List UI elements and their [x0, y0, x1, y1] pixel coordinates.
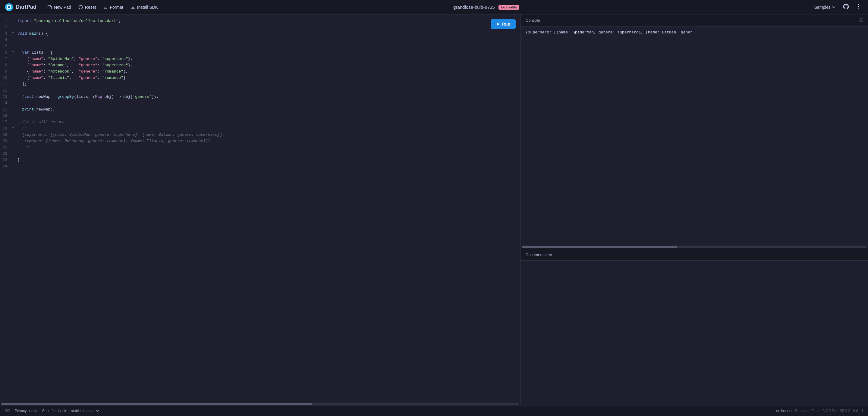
line-number: 11	[0, 81, 12, 88]
docs-content	[521, 261, 868, 405]
new-pad-icon	[47, 5, 52, 10]
line-number: 14	[0, 100, 12, 107]
console-hscroll-thumb	[522, 246, 677, 248]
logo-text: DartPad	[16, 4, 36, 10]
statusbar: ⌨ Privacy notice Send feedback stable ch…	[0, 405, 868, 416]
line-number: 6	[0, 50, 12, 56]
line-number: 2	[0, 24, 12, 31]
editor-line: 19 {superhero: [{name: SpiderMan, genere…	[0, 132, 521, 138]
overflow-menu-button[interactable]	[854, 1, 863, 13]
send-feedback-link[interactable]: Send feedback	[42, 409, 66, 413]
console-title: Console	[526, 18, 540, 23]
channel-chevron-icon	[96, 409, 99, 413]
version-label: Based on Flutter 3.7.0 Dart SDK 2.19.0	[795, 409, 858, 413]
docs-panel: Documentation	[521, 249, 868, 405]
editor-line: 10 {"name": "Titanic", "genere": "romanc…	[0, 75, 521, 81]
line-number: 23	[0, 157, 12, 164]
editor-line: 12	[0, 88, 521, 94]
line-number: 21	[0, 144, 12, 151]
svg-point-5	[858, 4, 859, 5]
line-content: void main() {	[16, 31, 521, 37]
line-number: 20	[0, 138, 12, 144]
local-edits-badge: local edits	[498, 5, 520, 10]
line-content: */	[16, 144, 521, 151]
editor-line: 22	[0, 151, 521, 157]
statusbar-left: ⌨ Privacy notice Send feedback stable ch…	[5, 409, 99, 413]
right-panel: Console ☰ {superhero: [{name: SpiderMan,…	[521, 14, 868, 405]
line-number: 16	[0, 113, 12, 119]
fold-arrow[interactable]: ▼	[12, 50, 16, 55]
console-header: Console ☰	[521, 14, 868, 27]
github-icon	[843, 3, 849, 10]
editor-horizontal-scrollbar[interactable]	[0, 402, 521, 405]
line-number: 12	[0, 88, 12, 94]
format-button[interactable]: Format	[99, 3, 127, 11]
toolbar-right: Samples	[811, 1, 863, 13]
chevron-down-icon	[832, 5, 835, 9]
line-number: 7	[0, 56, 12, 62]
editor-line: 18▼ /*	[0, 126, 521, 132]
editor-line: 24	[0, 164, 521, 170]
console-menu-icon[interactable]: ☰	[859, 18, 863, 23]
svg-marker-8	[497, 23, 500, 26]
console-panel: Console ☰ {superhero: [{name: SpiderMan,…	[521, 14, 868, 249]
install-sdk-button[interactable]: Install SDK	[127, 3, 161, 11]
main-area: Run 1import "package:collection/collecti…	[0, 14, 868, 405]
run-button-container: Run	[491, 19, 516, 29]
logo-area: DartPad	[5, 3, 36, 11]
install-sdk-icon	[130, 5, 135, 10]
svg-rect-3	[104, 8, 107, 9]
line-content: /*	[16, 126, 521, 132]
editor-line: 23}	[0, 157, 521, 164]
svg-point-6	[858, 6, 859, 7]
editor-line: 9 {"name": "Notebook", "genere": "romanc…	[0, 69, 521, 75]
line-content: print(newMap);	[16, 107, 521, 113]
dart-logo-icon	[5, 3, 13, 11]
line-number: 9	[0, 69, 12, 75]
line-number: 17	[0, 119, 12, 126]
fold-arrow[interactable]: ▼	[12, 31, 16, 36]
line-number: 18	[0, 126, 12, 132]
editor-line: 15 print(newMap);	[0, 107, 521, 113]
no-issues-label: no issues	[776, 409, 792, 413]
more-vert-icon	[855, 3, 861, 9]
play-icon	[496, 22, 500, 26]
toolbar: DartPad New Pad Reset Format Install SDK…	[0, 0, 868, 14]
editor-line: 1import "package:collection/collection.d…	[0, 18, 521, 24]
run-button[interactable]: Run	[491, 19, 516, 29]
privacy-notice-link[interactable]: Privacy notice	[15, 409, 37, 413]
editor-line: 11 ];	[0, 81, 521, 88]
github-button[interactable]	[841, 1, 851, 13]
line-content: {"name": "Notebook", "genere": "romance"…	[16, 69, 521, 75]
toolbar-center: grandiose-bulb-9735 local edits	[161, 4, 811, 10]
pad-name: grandiose-bulb-9735	[453, 4, 495, 10]
line-content: {"name": "Titanic", "genere": "romance"}	[16, 75, 521, 81]
console-hscroll-track	[522, 246, 867, 248]
info-icon[interactable]: ℹ	[862, 409, 863, 413]
docs-title: Documentation	[526, 252, 552, 257]
fold-arrow[interactable]: ▼	[12, 126, 16, 130]
line-number: 19	[0, 132, 12, 138]
code-editor[interactable]: 1import "package:collection/collection.d…	[0, 14, 521, 402]
statusbar-right: no issues Based on Flutter 3.7.0 Dart SD…	[776, 409, 863, 413]
editor-line: 13 final newMap = groupBy(lists, (Map ob…	[0, 94, 521, 100]
samples-button[interactable]: Samples	[811, 3, 838, 11]
line-number: 1	[0, 18, 12, 24]
editor-line: 20 romance: [{name: Notebook, genere: ro…	[0, 138, 521, 144]
line-content: }	[16, 157, 521, 164]
line-content: import "package:collection/collection.da…	[16, 18, 521, 24]
console-scrollbar-area[interactable]	[521, 246, 868, 249]
editor-line: 14	[0, 100, 521, 107]
channel-select[interactable]: stable channel	[71, 409, 99, 413]
svg-rect-4	[131, 8, 135, 9]
editor-line: 7 {"name": "SpiderMan", "genere": "super…	[0, 56, 521, 62]
editor-panel: Run 1import "package:collection/collecti…	[0, 14, 521, 405]
new-pad-button[interactable]: New Pad	[44, 3, 75, 11]
editor-line: 5	[0, 43, 521, 50]
hscroll-thumb	[1, 403, 312, 405]
keyboard-icon[interactable]: ⌨	[5, 409, 10, 413]
format-icon	[103, 5, 108, 10]
docs-header: Documentation	[521, 249, 868, 261]
line-number: 22	[0, 151, 12, 157]
reset-button[interactable]: Reset	[75, 3, 100, 11]
